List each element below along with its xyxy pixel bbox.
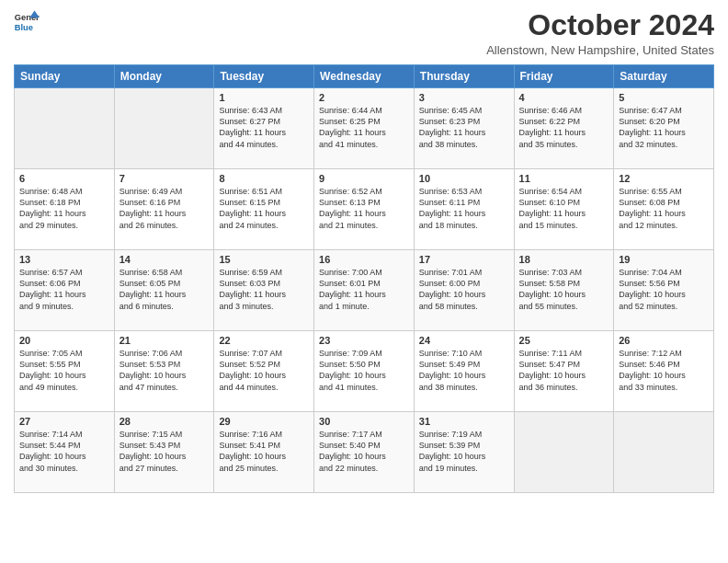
day-info: Sunrise: 6:46 AM Sunset: 6:22 PM Dayligh… [519,105,609,150]
day-info: Sunrise: 7:14 AM Sunset: 5:44 PM Dayligh… [19,429,109,474]
calendar-cell: 3Sunrise: 6:45 AM Sunset: 6:23 PM Daylig… [414,88,514,169]
day-info: Sunrise: 6:44 AM Sunset: 6:25 PM Dayligh… [319,105,409,150]
calendar-week-5: 27Sunrise: 7:14 AM Sunset: 5:44 PM Dayli… [15,412,714,493]
day-number: 19 [619,254,709,265]
calendar-cell: 23Sunrise: 7:09 AM Sunset: 5:50 PM Dayli… [314,331,415,412]
calendar-cell: 25Sunrise: 7:11 AM Sunset: 5:47 PM Dayli… [514,331,614,412]
calendar-cell: 17Sunrise: 7:01 AM Sunset: 6:00 PM Dayli… [414,250,514,331]
calendar-cell: 4Sunrise: 6:46 AM Sunset: 6:22 PM Daylig… [514,88,614,169]
calendar-cell: 18Sunrise: 7:03 AM Sunset: 5:58 PM Dayli… [514,250,614,331]
day-info: Sunrise: 7:07 AM Sunset: 5:52 PM Dayligh… [219,348,309,393]
calendar-cell: 16Sunrise: 7:00 AM Sunset: 6:01 PM Dayli… [314,250,415,331]
day-number: 3 [419,92,509,103]
calendar-cell: 10Sunrise: 6:53 AM Sunset: 6:11 PM Dayli… [414,169,514,250]
page: General Blue October 2024 Allenstown, Ne… [0,0,728,563]
day-number: 12 [619,173,709,184]
day-info: Sunrise: 7:15 AM Sunset: 5:43 PM Dayligh… [119,429,210,474]
calendar-cell: 22Sunrise: 7:07 AM Sunset: 5:52 PM Dayli… [214,331,314,412]
day-number: 31 [419,416,509,427]
calendar-cell [114,88,214,169]
day-info: Sunrise: 7:03 AM Sunset: 5:58 PM Dayligh… [519,267,609,312]
title-block: October 2024 Allenstown, New Hampshire, … [486,9,714,57]
calendar-cell: 7Sunrise: 6:49 AM Sunset: 6:16 PM Daylig… [114,169,214,250]
day-info: Sunrise: 6:45 AM Sunset: 6:23 PM Dayligh… [419,105,509,150]
calendar-week-1: 1Sunrise: 6:43 AM Sunset: 6:27 PM Daylig… [15,88,714,169]
calendar-cell: 12Sunrise: 6:55 AM Sunset: 6:08 PM Dayli… [614,169,714,250]
day-info: Sunrise: 7:04 AM Sunset: 5:56 PM Dayligh… [619,267,709,312]
calendar-cell: 13Sunrise: 6:57 AM Sunset: 6:06 PM Dayli… [15,250,115,331]
day-info: Sunrise: 6:43 AM Sunset: 6:27 PM Dayligh… [219,105,309,150]
day-number: 6 [19,173,109,184]
day-number: 23 [319,335,409,346]
calendar-cell: 14Sunrise: 6:58 AM Sunset: 6:05 PM Dayli… [114,250,214,331]
calendar-week-4: 20Sunrise: 7:05 AM Sunset: 5:55 PM Dayli… [15,331,714,412]
day-info: Sunrise: 7:19 AM Sunset: 5:39 PM Dayligh… [419,429,509,474]
month-title: October 2024 [486,9,714,41]
day-info: Sunrise: 7:16 AM Sunset: 5:41 PM Dayligh… [219,429,309,474]
day-info: Sunrise: 7:11 AM Sunset: 5:47 PM Dayligh… [519,348,609,393]
calendar-cell: 8Sunrise: 6:51 AM Sunset: 6:15 PM Daylig… [214,169,314,250]
calendar-cell: 21Sunrise: 7:06 AM Sunset: 5:53 PM Dayli… [114,331,214,412]
calendar-cell: 26Sunrise: 7:12 AM Sunset: 5:46 PM Dayli… [614,331,714,412]
day-info: Sunrise: 7:00 AM Sunset: 6:01 PM Dayligh… [319,267,409,312]
day-number: 17 [419,254,509,265]
calendar-cell: 6Sunrise: 6:48 AM Sunset: 6:18 PM Daylig… [15,169,115,250]
day-number: 22 [219,335,309,346]
day-number: 27 [19,416,109,427]
day-number: 4 [519,92,609,103]
calendar-cell: 2Sunrise: 6:44 AM Sunset: 6:25 PM Daylig… [314,88,415,169]
day-number: 2 [319,92,409,103]
calendar-cell: 19Sunrise: 7:04 AM Sunset: 5:56 PM Dayli… [614,250,714,331]
calendar-cell: 27Sunrise: 7:14 AM Sunset: 5:44 PM Dayli… [15,412,115,493]
calendar-cell: 11Sunrise: 6:54 AM Sunset: 6:10 PM Dayli… [514,169,614,250]
day-number: 10 [419,173,509,184]
calendar-cell: 24Sunrise: 7:10 AM Sunset: 5:49 PM Dayli… [414,331,514,412]
day-number: 18 [519,254,609,265]
day-number: 1 [219,92,309,103]
day-info: Sunrise: 7:09 AM Sunset: 5:50 PM Dayligh… [319,348,409,393]
day-info: Sunrise: 6:49 AM Sunset: 6:16 PM Dayligh… [119,186,210,231]
day-info: Sunrise: 7:12 AM Sunset: 5:46 PM Dayligh… [619,348,709,393]
calendar-header-monday: Monday [114,65,214,88]
calendar-cell: 9Sunrise: 6:52 AM Sunset: 6:13 PM Daylig… [314,169,415,250]
day-number: 9 [319,173,409,184]
day-number: 13 [19,254,109,265]
day-number: 21 [119,335,210,346]
day-number: 11 [519,173,609,184]
calendar: SundayMondayTuesdayWednesdayThursdayFrid… [14,64,714,493]
calendar-header-friday: Friday [514,65,614,88]
calendar-header-wednesday: Wednesday [314,65,415,88]
calendar-cell: 31Sunrise: 7:19 AM Sunset: 5:39 PM Dayli… [414,412,514,493]
day-info: Sunrise: 6:58 AM Sunset: 6:05 PM Dayligh… [119,267,210,312]
calendar-header-saturday: Saturday [614,65,714,88]
day-number: 7 [119,173,210,184]
day-number: 28 [119,416,210,427]
day-number: 16 [319,254,409,265]
day-info: Sunrise: 7:10 AM Sunset: 5:49 PM Dayligh… [419,348,509,393]
calendar-header-thursday: Thursday [414,65,514,88]
day-info: Sunrise: 6:52 AM Sunset: 6:13 PM Dayligh… [319,186,409,231]
calendar-week-3: 13Sunrise: 6:57 AM Sunset: 6:06 PM Dayli… [15,250,714,331]
day-info: Sunrise: 6:47 AM Sunset: 6:20 PM Dayligh… [619,105,709,150]
calendar-header-row: SundayMondayTuesdayWednesdayThursdayFrid… [15,65,714,88]
logo-icon: General Blue [14,9,40,35]
day-info: Sunrise: 6:51 AM Sunset: 6:15 PM Dayligh… [219,186,309,231]
header: General Blue October 2024 Allenstown, Ne… [14,9,714,57]
calendar-cell [15,88,115,169]
svg-text:Blue: Blue [15,23,33,32]
day-number: 25 [519,335,609,346]
calendar-cell: 20Sunrise: 7:05 AM Sunset: 5:55 PM Dayli… [15,331,115,412]
day-info: Sunrise: 6:53 AM Sunset: 6:11 PM Dayligh… [419,186,509,231]
day-number: 26 [619,335,709,346]
calendar-cell: 28Sunrise: 7:15 AM Sunset: 5:43 PM Dayli… [114,412,214,493]
day-info: Sunrise: 7:01 AM Sunset: 6:00 PM Dayligh… [419,267,509,312]
day-number: 15 [219,254,309,265]
location: Allenstown, New Hampshire, United States [486,43,714,57]
logo: General Blue [14,9,40,35]
calendar-cell [614,412,714,493]
calendar-cell: 29Sunrise: 7:16 AM Sunset: 5:41 PM Dayli… [214,412,314,493]
calendar-cell [514,412,614,493]
day-info: Sunrise: 6:55 AM Sunset: 6:08 PM Dayligh… [619,186,709,231]
day-info: Sunrise: 7:17 AM Sunset: 5:40 PM Dayligh… [319,429,409,474]
day-info: Sunrise: 7:05 AM Sunset: 5:55 PM Dayligh… [19,348,109,393]
